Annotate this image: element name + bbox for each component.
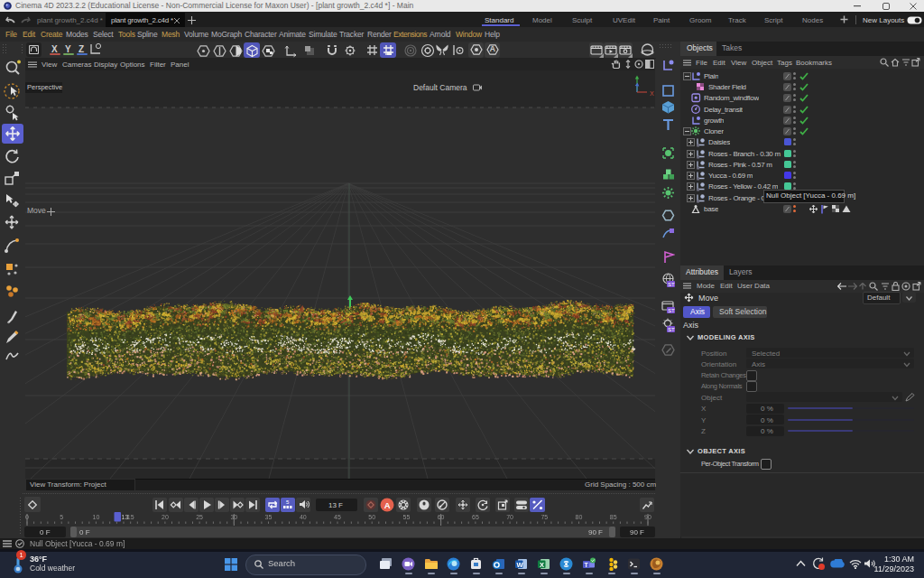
svg-text:40: 40 xyxy=(300,514,307,520)
svg-text:X: X xyxy=(540,561,544,569)
svg-text:50: 50 xyxy=(368,514,375,520)
svg-text:75: 75 xyxy=(541,514,548,520)
svg-text:25: 25 xyxy=(196,514,203,520)
svg-text:ST: ST xyxy=(668,327,675,332)
svg-text:5: 5 xyxy=(60,514,63,520)
svg-text:80: 80 xyxy=(576,514,583,520)
svg-text:10: 10 xyxy=(93,514,100,520)
svg-text:70: 70 xyxy=(506,514,513,520)
svg-text:20: 20 xyxy=(162,514,169,520)
svg-text:ST: ST xyxy=(668,308,675,313)
svg-text:ST: ST xyxy=(668,282,675,287)
svg-text:85: 85 xyxy=(610,514,617,520)
svg-text:W: W xyxy=(517,561,524,569)
svg-text:35: 35 xyxy=(265,514,273,520)
svg-text:45: 45 xyxy=(334,514,341,520)
svg-text:13: 13 xyxy=(122,514,129,520)
svg-text:65: 65 xyxy=(472,514,479,520)
svg-text:55: 55 xyxy=(403,514,411,520)
svg-text:T: T xyxy=(585,562,589,568)
